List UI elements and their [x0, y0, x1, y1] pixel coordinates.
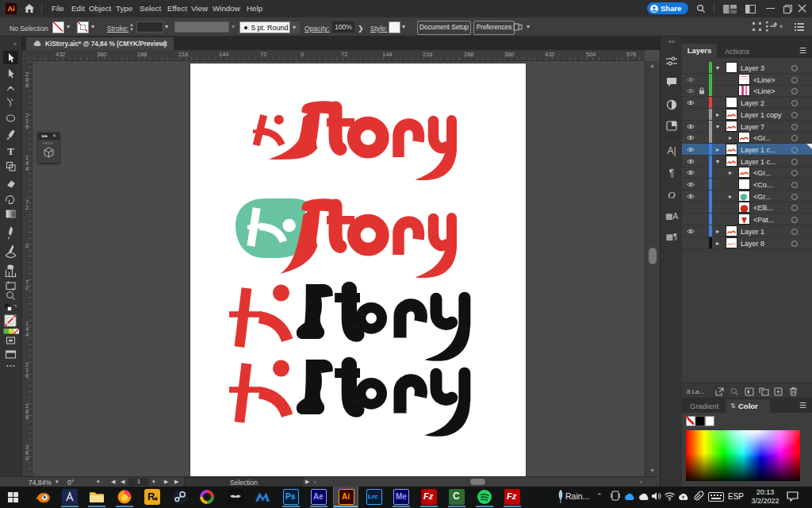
svg-text:T: T	[7, 145, 14, 157]
svg-text:»: »	[13, 41, 17, 47]
